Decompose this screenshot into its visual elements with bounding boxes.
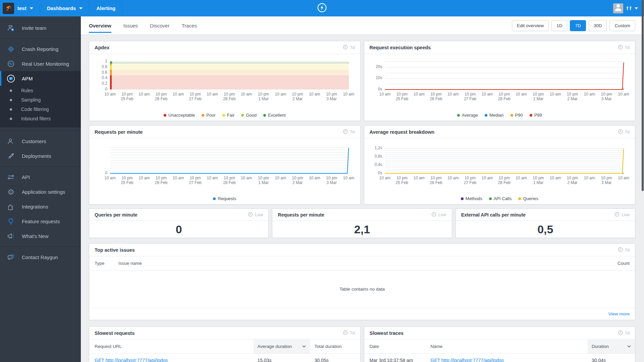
sidebar-item-what-s-new[interactable]: What's New [0,229,81,243]
sidebar-item-crash-reporting[interactable]: Crash Reporting [0,42,81,56]
sort-average-duration[interactable]: Average duration [254,340,310,353]
request-url-link[interactable]: GET http://localhost:7777/api/todos [95,358,254,362]
sidebar-item-contact-raygun[interactable]: Contact Raygun [0,250,81,264]
requests-per-minute-chart: 010 am10 pm25 Feb10 am10 pm26 Feb10 am10… [89,138,360,204]
legend-label: Fair [227,113,234,118]
sidebar-subitem-rules[interactable]: Rules [0,86,81,95]
x-axis-tick: 10 am [482,176,493,180]
average-request-breakdown-plot [385,147,624,173]
stat-card-queries-per-minute: Queries per minute Live 0 [89,208,269,238]
bullet-icon [10,118,12,120]
x-axis-tick: 10 pm28 Feb [223,92,235,101]
legend-item-p90[interactable]: P90 [511,113,523,118]
stat-value: 0 [89,221,268,238]
legend-label: Poor [206,113,215,118]
range-1d-button[interactable]: 1D [551,20,567,31]
sidebar-item-deployments[interactable]: Deployments [0,148,81,163]
sidebar-item-api[interactable]: API [0,170,81,184]
y-axis-label: 0s [364,87,382,92]
user-menu[interactable]: f f [613,0,644,16]
tab-issues[interactable]: Issues [123,16,138,35]
legend-item-methods[interactable]: Methods [461,196,482,201]
chart-legend: UnacceptablePoorFairGoodExcellent [89,113,360,118]
column-issue-name: Issue name [118,256,618,270]
average-request-breakdown-chart: 0s0,4s0,8s1,2s10 am10 pm25 Feb10 am10 pm… [364,138,635,204]
integrations-icon [6,202,15,211]
x-axis-tick: 10 pm26 Feb [430,176,442,185]
x-axis-tick: 10 am [309,176,320,180]
range-custom-button[interactable]: Custom [609,20,635,31]
x-axis-tick: 10 pm2 Mar [567,92,578,101]
tab-bar: Overview Issues Discover Traces Edit ove… [81,16,644,35]
card-header: Apdex 7d [89,41,360,54]
legend-item-good[interactable]: Good [241,113,257,118]
sidebar-item-integrations[interactable]: Integrations [0,199,81,214]
column-name: Name [431,340,588,353]
legend-label: P90 [515,113,523,118]
legend-item-average[interactable]: Average [457,113,478,118]
card-header: Average request breakdown 7d [364,126,635,138]
nav-alerting[interactable]: Alerting [90,0,122,16]
issues-table-header: Type Issue name Count [89,256,635,270]
legend-item-fair[interactable]: Fair [222,113,234,118]
edit-overview-button[interactable]: Edit overview [512,20,549,31]
clock-icon [618,129,623,135]
request-execution-speeds-chart: 0s10s20s10 am10 pm25 Feb10 am10 pm26 Feb… [364,54,635,121]
y-axis-label: 0.4 [89,75,107,80]
card-header: Slowest traces 7d [364,327,635,340]
x-axis-tick: 10 am [309,92,320,97]
scrollbar-thumb[interactable] [642,0,644,191]
sidebar-item-feature-requests[interactable]: Feature requests [0,214,81,229]
raygun-logo-icon[interactable] [316,2,328,15]
requests-per-minute-card: Requests per minute 7d 010 am10 pm25 Feb… [89,125,361,204]
sort-duration[interactable]: Duration [588,340,635,353]
sidebar-item-apm[interactable]: APM [0,71,81,86]
legend-item-poor[interactable]: Poor [202,113,215,118]
sidebar-item-customers[interactable]: Customers [0,134,81,148]
sidebar-item-application-settings[interactable]: Application settings [0,184,81,199]
clock-icon [614,212,620,218]
legend-dot [241,114,244,117]
tab-overview[interactable]: Overview [89,16,111,35]
sidebar-subitem-inbound-filters[interactable]: Inbound filters [0,114,81,123]
trace-name-link[interactable]: GET http://localhost:7777/api/todos [431,358,588,362]
x-axis-tick: 10 am [343,92,354,97]
legend-item-p99[interactable]: P99 [530,113,542,118]
bullet-icon [10,108,12,111]
x-axis-tick: 10 am [379,176,390,180]
sidebar-subitem-sampling[interactable]: Sampling [0,95,81,105]
y-axis-label: 0.2 [89,81,107,86]
tab-discover[interactable]: Discover [150,16,169,35]
legend-item-excellent[interactable]: Excellent [263,113,286,118]
legend-label: Average [462,113,478,118]
view-more-link[interactable]: View more [608,311,630,316]
legend-item-unacceptable[interactable]: Unacceptable [164,113,195,118]
legend-item-queries[interactable]: Queries [518,196,538,201]
dashboard-content: Apdex 7d 00.20.40.60.8110 am10 pm25 Feb1… [81,41,644,362]
period-label: 7d [625,247,630,252]
invite-team-icon [6,23,15,33]
sidebar: Invite teamCrash ReportingReal User Moni… [0,16,81,362]
card-title: Slowest traces [370,330,404,336]
clock-icon [343,330,348,336]
sidebar-subitem-code-filtering[interactable]: Code filtering [0,105,81,114]
scrollbar[interactable] [641,0,644,362]
card-header: External API calls per minute Live [456,209,635,221]
table-row: GET http://localhost:7777/api/todos 15,0… [89,354,360,362]
series-queries [385,148,624,173]
tab-traces[interactable]: Traces [181,16,197,35]
sidebar-item-invite-team[interactable]: Invite team [0,20,81,35]
sidebar-item-real-user-monitoring[interactable]: Real User Monitoring [0,56,81,71]
nav-dashboards[interactable]: Dashboards [40,0,90,16]
series-p99 [385,62,624,89]
legend-item-api-calls[interactable]: API Calls [489,196,512,201]
legend-item-median[interactable]: Median [485,113,504,118]
x-axis-tick: 10 pm25 Feb [396,176,408,185]
project-menu[interactable]: test [0,0,40,16]
range-7d-button[interactable]: 7D [570,20,586,31]
range-30d-button[interactable]: 30D [589,20,607,31]
card-header: Queries per minute Live [89,209,268,221]
x-axis-labels: 10 am10 pm25 Feb10 am10 pm26 Feb10 am10 … [385,92,624,103]
card-title: Request execution speeds [370,45,431,50]
legend-item-requests[interactable]: Requests [213,196,236,201]
